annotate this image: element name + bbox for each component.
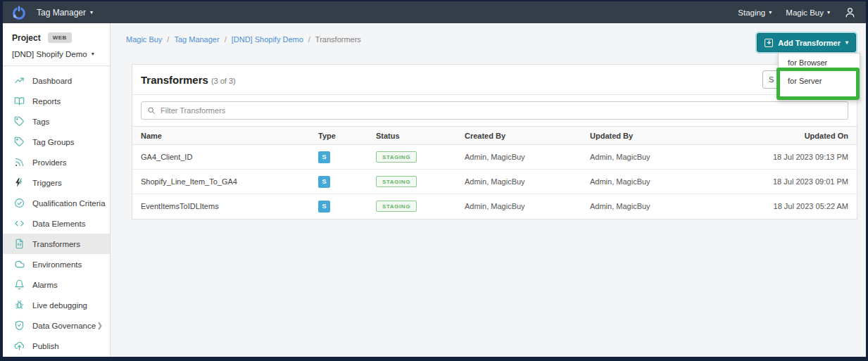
- created-by: Admin, MagicBuy: [465, 170, 590, 194]
- chevron-down-icon: ▾: [845, 40, 848, 46]
- app-switcher-button[interactable]: Tag Manager ▾: [37, 8, 93, 18]
- sidebar-item-label: Data Governance: [32, 322, 96, 330]
- breadcrumb-separator: /: [167, 35, 169, 44]
- tag-icon: [14, 137, 25, 147]
- sidebar-item-label: Qualification Criteria: [32, 199, 106, 208]
- sidebar-item-label: Data Elements: [32, 220, 85, 228]
- transformer-name[interactable]: Shopify_Line_Item_To_GA4: [132, 170, 318, 194]
- type-badge: S: [318, 151, 330, 163]
- project-block: Project WEB [DND] Shopify Demo ▾: [3, 23, 110, 66]
- code-icon: [14, 218, 25, 229]
- status-badge: STAGING: [376, 151, 417, 163]
- chevron-right-icon: ❯: [97, 322, 103, 329]
- user-menu-button[interactable]: [844, 6, 856, 18]
- updated-by: Admin, MagicBuy: [590, 194, 724, 219]
- add-transformer-label: Add Transformer: [778, 39, 841, 47]
- sidebar-item-alarms[interactable]: Alarms: [3, 274, 110, 295]
- sidebar-item-environments[interactable]: Environments: [3, 254, 110, 274]
- transformers-table: NameTypeStatusCreated ByUpdated ByUpdate…: [132, 126, 857, 219]
- chevron-down-icon: ▾: [827, 10, 830, 15]
- sidebar-item-label: Providers: [32, 158, 67, 167]
- breadcrumb-link-magic-buy[interactable]: Magic Buy: [126, 35, 162, 44]
- sidebar-item-dashboard[interactable]: Dashboard: [3, 70, 110, 91]
- sidebar-item-reports[interactable]: Reports: [3, 91, 110, 111]
- sidebar-item-tag-groups[interactable]: Tag Groups: [3, 132, 110, 152]
- sidebar-item-label: Dashboard: [32, 77, 72, 85]
- created-by: Admin, MagicBuy: [465, 145, 590, 170]
- updated-on: 18 Jul 2023 05:22 AM: [724, 194, 857, 219]
- file-code-icon: [14, 239, 25, 249]
- created-by: Admin, MagicBuy: [465, 194, 590, 219]
- plus-icon: [765, 39, 773, 47]
- sidebar-item-label: Transformers: [32, 240, 80, 248]
- updated-by: Admin, MagicBuy: [590, 145, 724, 170]
- breadcrumb-link-tag-manager[interactable]: Tag Manager: [174, 35, 219, 44]
- sidebar-item-triggers[interactable]: Triggers: [3, 172, 110, 193]
- chevron-down-icon: ▾: [769, 10, 772, 15]
- project-name: [DND] Shopify Demo: [12, 50, 87, 58]
- panel-header: Transformers(3 of 3): [132, 65, 857, 95]
- tag-icon: [14, 116, 25, 127]
- sidebar-item-qualification-criteria[interactable]: Qualification Criteria: [3, 193, 110, 213]
- project-selector[interactable]: [DND] Shopify Demo ▾: [12, 50, 94, 58]
- type-badge: S: [318, 176, 330, 188]
- bell-icon: [14, 279, 25, 290]
- filter-input[interactable]: [161, 106, 842, 115]
- sidebar-item-transformers[interactable]: Transformers: [3, 234, 110, 254]
- sidebar-item-providers[interactable]: Providers: [3, 152, 110, 172]
- column-header-name: Name: [132, 127, 318, 145]
- search-icon: [147, 106, 156, 115]
- logo-text: IL: [13, 14, 17, 18]
- breadcrumb-separator: /: [308, 35, 310, 44]
- environment-label: Staging: [738, 8, 765, 17]
- sidebar-item-label: Alarms: [32, 281, 58, 289]
- sidebar-item-data-governance[interactable]: Data Governance❯: [3, 315, 110, 336]
- sidebar-item-publish[interactable]: Publish: [3, 336, 110, 356]
- chevron-down-icon: ▾: [90, 10, 93, 15]
- topbar: IL Tag Manager ▾ Staging ▾ Magic Buy ▾: [3, 1, 866, 23]
- environment-selector[interactable]: Staging ▾: [738, 8, 772, 17]
- menu-item-for-server[interactable]: for Server: [779, 72, 860, 90]
- project-type-badge: WEB: [48, 32, 72, 43]
- page-title: Transformers(3 of 3): [141, 74, 236, 86]
- sidebar-item-tags[interactable]: Tags: [3, 111, 110, 132]
- breadcrumb-separator: /: [225, 35, 227, 44]
- item-count: (3 of 3): [211, 77, 236, 85]
- table-row: EventItemsToIDLItemsSSTAGINGAdmin, Magic…: [132, 194, 857, 219]
- column-header-updated-on: Updated On: [724, 127, 857, 145]
- breadcrumb-link-dnd-shopify-demo[interactable]: [DND] Shopify Demo: [232, 35, 303, 44]
- column-header-updated-by: Updated By: [590, 127, 724, 145]
- sidebar-item-data-elements[interactable]: Data Elements: [3, 213, 110, 234]
- updated-by: Admin, MagicBuy: [590, 170, 724, 194]
- add-transformer-menu: for Browserfor Server: [778, 53, 860, 101]
- column-header-type: Type: [318, 127, 376, 145]
- cloud-icon: [14, 259, 25, 270]
- check-circle-icon: [14, 198, 25, 208]
- chevron-down-icon: ▾: [92, 51, 94, 57]
- app-window: IL Tag Manager ▾ Staging ▾ Magic Buy ▾ P…: [0, 0, 868, 361]
- sidebar: Project WEB [DND] Shopify Demo ▾ Dashboa…: [3, 23, 111, 357]
- topbar-right: Staging ▾ Magic Buy ▾: [738, 6, 856, 18]
- breadcrumb-current: Transformers: [315, 35, 361, 44]
- status-badge: STAGING: [376, 201, 417, 212]
- breadcrumb: Magic Buy/Tag Manager/[DND] Shopify Demo…: [111, 23, 866, 44]
- transformer-name[interactable]: GA4_Client_ID: [132, 145, 318, 170]
- sidebar-item-live-debugging[interactable]: Live debugging: [3, 295, 110, 315]
- sidebar-item-label: Reports: [32, 97, 61, 106]
- menu-item-for-browser[interactable]: for Browser: [779, 53, 860, 72]
- add-transformer-button[interactable]: Add Transformer ▾: [757, 33, 856, 52]
- sidebar-item-label: Triggers: [32, 179, 62, 187]
- filter-box: [141, 101, 848, 120]
- sidebar-item-label: Environments: [32, 260, 82, 269]
- bug-icon: [14, 300, 25, 310]
- account-selector[interactable]: Magic Buy ▾: [786, 8, 830, 17]
- shield-icon: [14, 320, 25, 331]
- column-header-created-by: Created By: [465, 127, 590, 145]
- transformer-name[interactable]: EventItemsToIDLItems: [132, 194, 318, 219]
- app-logo-icon[interactable]: IL: [11, 5, 27, 20]
- sidebar-menu: DashboardReportsTagsTag GroupsProvidersT…: [3, 66, 110, 356]
- account-label: Magic Buy: [786, 8, 824, 17]
- book-icon: [14, 96, 25, 106]
- sidebar-item-label: Tag Groups: [32, 138, 74, 146]
- line-chart-icon: [14, 75, 25, 86]
